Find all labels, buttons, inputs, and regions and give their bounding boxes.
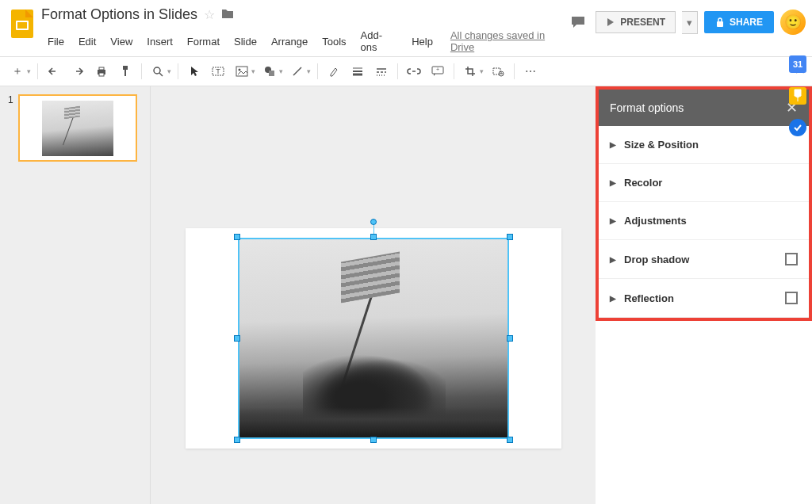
- present-label: PRESENT: [620, 17, 665, 28]
- paint-format-button[interactable]: [114, 60, 136, 82]
- saved-status[interactable]: All changes saved in Drive: [450, 29, 567, 53]
- svg-text:T: T: [216, 67, 220, 75]
- more-button[interactable]: ⋯: [519, 60, 542, 82]
- svg-rect-2: [17, 22, 27, 29]
- main-area: 1: [0, 86, 812, 504]
- menu-tools[interactable]: Tools: [316, 32, 352, 51]
- comments-button[interactable]: [567, 11, 589, 33]
- chevron-right-icon: ▶: [610, 216, 616, 225]
- menu-view[interactable]: View: [104, 32, 139, 51]
- slide-canvas[interactable]: [186, 228, 561, 449]
- option-drop-shadow[interactable]: ▶ Drop shadow: [599, 240, 809, 279]
- svg-rect-6: [99, 73, 104, 76]
- menu-bar: File Edit View Insert Format Slide Arran…: [41, 26, 567, 56]
- canvas-area[interactable]: [151, 86, 596, 504]
- svg-line-17: [293, 67, 301, 75]
- print-button[interactable]: [90, 60, 113, 82]
- svg-rect-16: [269, 71, 274, 76]
- zoom-button[interactable]: [147, 60, 169, 82]
- document-title[interactable]: Format Options in Slides: [41, 6, 197, 23]
- chevron-right-icon: ▶: [610, 255, 616, 264]
- option-size-position[interactable]: ▶ Size & Position: [599, 126, 809, 164]
- menu-file[interactable]: File: [41, 32, 71, 51]
- new-slide-dropdown[interactable]: ▾: [27, 67, 31, 75]
- crop-button[interactable]: [459, 60, 481, 82]
- format-options-header: Format options ✕: [599, 90, 809, 126]
- folder-icon[interactable]: [221, 8, 234, 22]
- option-label: Recolor: [624, 177, 798, 189]
- svg-point-9: [154, 67, 160, 74]
- thumbnail-image: [42, 101, 113, 156]
- option-label: Drop shadow: [624, 254, 777, 265]
- resize-handle-w[interactable]: [234, 335, 240, 342]
- link-button[interactable]: [403, 60, 425, 82]
- menu-slide[interactable]: Slide: [228, 32, 263, 51]
- redo-button[interactable]: [67, 60, 89, 82]
- undo-button[interactable]: [43, 60, 65, 82]
- menu-help[interactable]: Help: [405, 32, 439, 51]
- resize-handle-se[interactable]: [507, 437, 513, 443]
- option-adjustments[interactable]: ▶ Adjustments: [599, 202, 809, 240]
- svg-text:+: +: [436, 67, 439, 72]
- menu-arrange[interactable]: Arrange: [265, 32, 314, 51]
- resize-handle-nw[interactable]: [234, 234, 240, 240]
- selected-image[interactable]: [238, 238, 509, 439]
- tasks-icon[interactable]: [789, 119, 806, 136]
- resize-handle-n[interactable]: [370, 234, 377, 240]
- resize-handle-e[interactable]: [507, 335, 513, 342]
- user-avatar[interactable]: 🙂: [780, 10, 806, 35]
- menu-edit[interactable]: Edit: [72, 32, 102, 51]
- menu-addons[interactable]: Add-ons: [354, 26, 404, 56]
- comment-button[interactable]: +: [427, 60, 449, 82]
- calendar-icon[interactable]: 31: [789, 55, 806, 73]
- app-header: Format Options in Slides ☆ File Edit Vie…: [0, 0, 812, 56]
- slide-number: 1: [8, 94, 13, 162]
- menu-insert[interactable]: Insert: [140, 32, 179, 51]
- svg-rect-3: [717, 21, 723, 27]
- reset-image-button[interactable]: [487, 60, 509, 82]
- keep-icon[interactable]: [789, 87, 806, 105]
- zoom-dropdown[interactable]: ▾: [167, 67, 171, 75]
- shape-dropdown[interactable]: ▾: [279, 67, 283, 75]
- chevron-right-icon: ▶: [610, 178, 616, 187]
- svg-line-10: [159, 73, 163, 76]
- reflection-checkbox[interactable]: [785, 292, 798, 304]
- border-color-button[interactable]: [323, 60, 345, 82]
- select-tool[interactable]: [183, 60, 205, 82]
- chevron-right-icon: ▶: [610, 294, 616, 303]
- crop-dropdown[interactable]: ▾: [480, 67, 484, 75]
- menu-format[interactable]: Format: [181, 32, 226, 51]
- rotate-handle[interactable]: [370, 219, 377, 225]
- side-panel-rail: 31: [787, 55, 809, 136]
- svg-rect-7: [123, 66, 128, 70]
- svg-rect-8: [124, 70, 126, 76]
- toolbar: ＋ ▾ ▾ T ▾ ▾ ▾ + ▾ ⋯ ㅅ: [0, 56, 812, 86]
- option-label: Reflection: [624, 292, 777, 304]
- image-dropdown[interactable]: ▾: [251, 67, 255, 75]
- chevron-right-icon: ▶: [610, 140, 616, 149]
- shape-tool[interactable]: [259, 60, 281, 82]
- new-slide-button[interactable]: ＋: [6, 60, 29, 82]
- option-reflection[interactable]: ▶ Reflection: [599, 279, 809, 318]
- line-tool[interactable]: [286, 60, 308, 82]
- lock-icon: [715, 17, 725, 28]
- present-button[interactable]: PRESENT: [596, 11, 676, 33]
- thumbnail-panel: 1: [0, 86, 151, 504]
- share-button[interactable]: SHARE: [704, 11, 774, 33]
- border-weight-button[interactable]: [347, 60, 369, 82]
- drop-shadow-checkbox[interactable]: [785, 253, 798, 265]
- format-options-title: Format options: [610, 101, 684, 114]
- textbox-tool[interactable]: T: [207, 60, 229, 82]
- present-dropdown[interactable]: ▾: [682, 11, 698, 34]
- play-icon: [606, 17, 615, 27]
- resize-handle-s[interactable]: [370, 437, 377, 443]
- border-dash-button[interactable]: [370, 60, 393, 82]
- resize-handle-ne[interactable]: [507, 234, 513, 240]
- slide-thumbnail[interactable]: [18, 94, 137, 162]
- resize-handle-sw[interactable]: [234, 437, 240, 443]
- line-dropdown[interactable]: ▾: [307, 67, 311, 75]
- image-tool[interactable]: [231, 60, 253, 82]
- star-icon[interactable]: ☆: [204, 7, 215, 22]
- option-recolor[interactable]: ▶ Recolor: [599, 164, 809, 202]
- slides-logo[interactable]: [6, 8, 38, 40]
